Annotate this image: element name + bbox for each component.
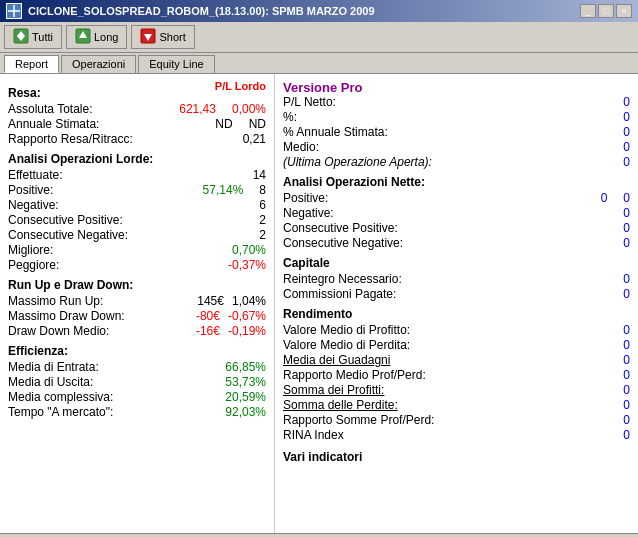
long-icon xyxy=(75,28,91,46)
negative-nette-val: 0 xyxy=(623,206,630,220)
media-guadagni-label: Media dei Guadagni xyxy=(283,353,390,367)
drawdown-medio-label: Draw Down Medio: xyxy=(8,324,109,338)
massimo-runup-row: Massimo Run Up: 145€ 1,04% xyxy=(8,294,266,308)
percent-label: %: xyxy=(283,110,297,124)
commissioni-row: Commissioni Pagate: 0 xyxy=(283,287,630,301)
window-controls[interactable]: _ □ × xyxy=(580,4,632,18)
massimo-drawdown-label: Massimo Draw Down: xyxy=(8,309,125,323)
reintegro-label: Reintegro Necessario: xyxy=(283,272,402,286)
long-button[interactable]: Long xyxy=(66,25,127,49)
somma-profitti-label: Somma dei Profitti: xyxy=(283,383,384,397)
drawdown-medio-val1: -16€ xyxy=(196,324,220,338)
tab-report[interactable]: Report xyxy=(4,55,59,73)
cons-positive-nette-row: Consecutive Positive: 0 xyxy=(283,221,630,235)
media-guadagni-row: Media dei Guadagni 0 xyxy=(283,353,630,367)
bottom-bar: Riassunto commissioni: xyxy=(0,533,638,537)
tempo-mercato-label: Tempo "A mercato": xyxy=(8,405,113,419)
positive-lorde-num: 8 xyxy=(259,183,266,197)
media-complessiva-row: Media complessiva: 20,59% xyxy=(8,390,266,404)
ultima-op-val: 0 xyxy=(623,155,630,169)
percent-annuale-val: 0 xyxy=(623,125,630,139)
somma-perdite-row: Somma delle Perdite: 0 xyxy=(283,398,630,412)
media-guadagni-val: 0 xyxy=(623,353,630,367)
negative-lorde-label: Negative: xyxy=(8,198,59,212)
drawdown-medio-row: Draw Down Medio: -16€ -0,19% xyxy=(8,324,266,338)
tab-operazioni[interactable]: Operazioni xyxy=(61,55,136,73)
tab-equity-line[interactable]: Equity Line xyxy=(138,55,214,73)
tabs-row: Report Operazioni Equity Line xyxy=(0,53,638,74)
cons-negative-nette-label: Consecutive Negative: xyxy=(283,236,403,250)
long-label: Long xyxy=(94,31,118,43)
medio-row: Medio: 0 xyxy=(283,140,630,154)
annuale-stimata-row: Annuale Stimata: ND ND xyxy=(8,117,266,131)
media-entrata-label: Media di Entrata: xyxy=(8,360,99,374)
tutti-button[interactable]: Tutti xyxy=(4,25,62,49)
rapporto-somme-row: Rapporto Somme Prof/Perd: 0 xyxy=(283,413,630,427)
short-icon xyxy=(140,28,156,46)
peggiore-row: Peggiore: -0,37% xyxy=(8,258,266,272)
massimo-runup-val2: 1,04% xyxy=(232,294,266,308)
positive-nette-val2: 0 xyxy=(623,191,630,205)
valore-medio-perdite-val: 0 xyxy=(623,338,630,352)
runup-title: Run Up e Draw Down: xyxy=(8,278,266,292)
negative-lorde-row: Negative: 6 xyxy=(8,198,266,212)
somma-perdite-val: 0 xyxy=(623,398,630,412)
right-panel: Versione Pro P/L Netto: 0 %: 0 % Annuale… xyxy=(275,74,638,533)
migliore-val: 0,70% xyxy=(232,243,266,257)
rina-row: RINA Index 0 xyxy=(283,428,630,442)
short-label: Short xyxy=(159,31,185,43)
versione-pro-title: Versione Pro xyxy=(283,80,630,95)
rapporto-medio-row: Rapporto Medio Prof/Perd: 0 xyxy=(283,368,630,382)
medio-label: Medio: xyxy=(283,140,319,154)
negative-nette-row: Negative: 0 xyxy=(283,206,630,220)
reintegro-row: Reintegro Necessario: 0 xyxy=(283,272,630,286)
media-entrata-row: Media di Entrata: 66,85% xyxy=(8,360,266,374)
massimo-runup-label: Massimo Run Up: xyxy=(8,294,103,308)
short-button[interactable]: Short xyxy=(131,25,194,49)
media-complessiva-label: Media complessiva: xyxy=(8,390,113,404)
effettuate-row: Effettuate: 14 xyxy=(8,168,266,182)
close-button[interactable]: × xyxy=(616,4,632,18)
positive-nette-label: Positive: xyxy=(283,191,328,205)
rapporto-row: Rapporto Resa/Ritracc: 0,21 xyxy=(8,132,266,146)
migliore-label: Migliore: xyxy=(8,243,53,257)
assoluta-totale-row: Assoluta Totale: 621,43 0,00% xyxy=(8,102,266,116)
assoluta-totale-val1: 621,43 xyxy=(179,102,216,116)
effettuate-label: Effettuate: xyxy=(8,168,63,182)
assoluta-totale-val2: 0,00% xyxy=(232,102,266,116)
annuale-stimata-val2: ND xyxy=(249,117,266,131)
rapporto-medio-val: 0 xyxy=(623,368,630,382)
pl-netto-val: 0 xyxy=(623,95,630,109)
media-complessiva-val: 20,59% xyxy=(225,390,266,404)
rina-label: RINA Index xyxy=(283,428,344,442)
massimo-drawdown-val1: -80€ xyxy=(196,309,220,323)
massimo-runup-val1: 145€ xyxy=(197,294,224,308)
ultima-op-label: (Ultima Operazione Aperta): xyxy=(283,155,432,169)
media-entrata-val: 66,85% xyxy=(225,360,266,374)
cons-negative-nette-row: Consecutive Negative: 0 xyxy=(283,236,630,250)
tutti-label: Tutti xyxy=(32,31,53,43)
effettuate-val: 14 xyxy=(253,168,266,182)
rina-val: 0 xyxy=(623,428,630,442)
percent-row: %: 0 xyxy=(283,110,630,124)
positive-lorde-pct: 57,14% xyxy=(203,183,244,197)
media-uscita-label: Media di Uscita: xyxy=(8,375,93,389)
cons-positive-lorde-val: 2 xyxy=(259,213,266,227)
valore-medio-perdite-label: Valore Medio di Perdita: xyxy=(283,338,410,352)
commissioni-val: 0 xyxy=(623,287,630,301)
rapporto-somme-label: Rapporto Somme Prof/Perd: xyxy=(283,413,434,427)
ultima-op-row: (Ultima Operazione Aperta): 0 xyxy=(283,155,630,169)
percent-val: 0 xyxy=(623,110,630,124)
positive-nette-val1: 0 xyxy=(601,191,608,205)
commissioni-label: Commissioni Pagate: xyxy=(283,287,396,301)
main-content: Resa: P/L Lordo Assoluta Totale: 621,43 … xyxy=(0,74,638,533)
minimize-button[interactable]: _ xyxy=(580,4,596,18)
cons-negative-lorde-val: 2 xyxy=(259,228,266,242)
maximize-button[interactable]: □ xyxy=(598,4,614,18)
rapporto-val: 0,21 xyxy=(243,132,266,146)
cons-negative-lorde-label: Consecutive Negative: xyxy=(8,228,128,242)
cons-positive-lorde-row: Consecutive Positive: 2 xyxy=(8,213,266,227)
valore-medio-perdite-row: Valore Medio di Perdita: 0 xyxy=(283,338,630,352)
positive-lorde-row: Positive: 57,14% 8 xyxy=(8,183,266,197)
negative-nette-label: Negative: xyxy=(283,206,334,220)
